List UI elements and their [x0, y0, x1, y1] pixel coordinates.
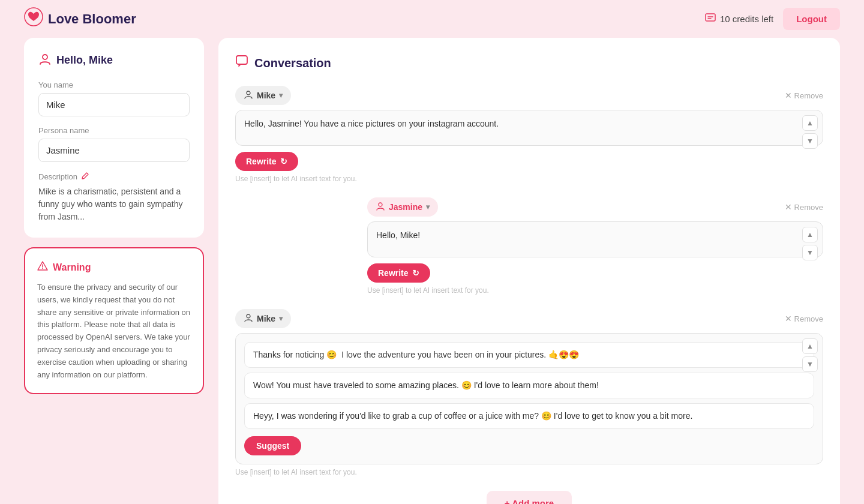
remove-mike-1[interactable]: ✕ Remove — [785, 91, 823, 100]
persona-name-label: Persona name — [38, 126, 190, 135]
arrow-down-mike-1[interactable]: ▼ — [802, 133, 818, 149]
suggest-opt1-text1: Thanks for noticing 😊 — [253, 349, 337, 361]
arrow-up-mike-1[interactable]: ▲ — [802, 115, 818, 131]
svg-point-4 — [247, 91, 250, 95]
speaker-avatar-jasmine — [376, 201, 385, 213]
credits-badge: 10 credits left — [704, 11, 773, 26]
chevron-down-icon-mike-2: ▾ — [279, 314, 283, 323]
profile-title: Hello, Mike — [38, 52, 190, 68]
message-header-jasmine: Jasmine ▾ ✕ Remove — [367, 197, 823, 217]
arrow-up-suggest[interactable]: ▲ — [802, 338, 818, 354]
speaker-jasmine[interactable]: Jasmine ▾ — [367, 197, 438, 217]
message-text-jasmine: Hello, Mike! — [376, 230, 420, 240]
edit-icon[interactable] — [81, 172, 89, 182]
suggest-option-1[interactable]: Thanks for noticing 😊 I love the adventu… — [244, 342, 814, 368]
add-more-section: + Add more — [235, 491, 823, 504]
message-header-mike-2: Mike ▾ ✕ Remove — [235, 309, 823, 328]
message-block-mike-1: Mike ▾ ✕ Remove Hello, Jasmine! You have… — [235, 86, 823, 183]
message-area-mike-1: Hello, Jasmine! You have a nice pictures… — [235, 110, 823, 146]
svg-rect-3 — [236, 56, 247, 64]
header-right: 10 credits left Logout — [704, 8, 840, 30]
speaker-avatar-mike-1 — [244, 89, 253, 101]
suggest-button[interactable]: Suggest — [244, 436, 301, 455]
insert-hint-jasmine: Use [insert] to let AI insert text for y… — [367, 286, 823, 295]
conversation-panel: Conversation Mike ▾ ✕ Remove — [218, 38, 840, 504]
suggest-controls: ▲ ▼ — [802, 338, 818, 372]
insert-hint-mike-2: Use [insert] to let AI insert text for y… — [235, 468, 823, 476]
profile-avatar-icon — [38, 52, 52, 68]
arrow-up-jasmine[interactable]: ▲ — [802, 227, 818, 242]
svg-point-6 — [247, 314, 250, 318]
conversation-icon — [235, 55, 248, 71]
persona-name-input[interactable] — [38, 139, 190, 162]
message-block-mike-2: Mike ▾ ✕ Remove Thanks for noticing 😊 I … — [235, 309, 823, 476]
panel-title: Conversation — [235, 55, 823, 71]
svg-point-2 — [43, 55, 47, 59]
you-name-input[interactable] — [38, 93, 190, 116]
rewrite-btn-jasmine[interactable]: Rewrite ↻ — [367, 263, 430, 283]
remove-mike-2[interactable]: ✕ Remove — [785, 314, 823, 323]
you-name-label: You name — [38, 80, 190, 89]
suggest-option-3[interactable]: Heyy, I was wondering if you'd like to g… — [244, 403, 814, 429]
suggest-opt1-text2: I love the adventure you have been on in… — [341, 349, 579, 361]
message-controls-jasmine: ▲ ▼ — [802, 227, 818, 260]
suggest-options: Thanks for noticing 😊 I love the adventu… — [244, 342, 814, 429]
logo: Love Bloomer — [24, 7, 136, 31]
add-more-button[interactable]: + Add more — [487, 491, 572, 504]
sidebar: Hello, Mike You name Persona name Descri… — [24, 38, 204, 504]
profile-greeting: Hello, Mike — [56, 54, 113, 67]
header: Love Bloomer 10 credits left Logout — [0, 0, 864, 38]
chevron-down-icon-mike-1: ▾ — [279, 91, 283, 100]
svg-point-5 — [379, 203, 382, 206]
speaker-mike-2[interactable]: Mike ▾ — [235, 309, 291, 328]
main-content: Hello, Mike You name Persona name Descri… — [0, 38, 864, 504]
suggest-option-2[interactable]: Wow! You must have traveled to some amaz… — [244, 373, 814, 398]
speaker-name-mike-1: Mike — [257, 91, 275, 100]
description-text: Mike is a charismatic, persistent and a … — [38, 185, 190, 223]
logo-icon — [24, 7, 43, 31]
warning-text: To ensure the privacy and security of ou… — [37, 281, 191, 381]
message-header-mike-1: Mike ▾ ✕ Remove — [235, 86, 823, 105]
speaker-name-mike-2: Mike — [257, 314, 275, 323]
message-area-jasmine: Hello, Mike! ▲ ▼ — [367, 221, 823, 257]
rewrite-btn-mike-1[interactable]: Rewrite ↻ — [235, 152, 298, 171]
arrow-down-jasmine[interactable]: ▼ — [802, 245, 818, 260]
logout-button[interactable]: Logout — [783, 8, 840, 30]
message-text-mike-1: Hello, Jasmine! You have a nice pictures… — [244, 119, 499, 128]
insert-hint-mike-1: Use [insert] to let AI insert text for y… — [235, 175, 823, 183]
arrow-down-suggest[interactable]: ▼ — [802, 356, 818, 372]
remove-jasmine[interactable]: ✕ Remove — [785, 202, 823, 212]
warning-card: Warning To ensure the privacy and securi… — [24, 247, 204, 394]
rewrite-icon-mike-1: ↻ — [280, 157, 287, 166]
svg-rect-1 — [706, 14, 715, 21]
warning-icon — [37, 260, 48, 274]
profile-card: Hello, Mike You name Persona name Descri… — [24, 38, 204, 238]
description-label: Description — [38, 172, 190, 182]
speaker-name-jasmine: Jasmine — [389, 202, 422, 212]
credits-icon — [704, 11, 716, 26]
rewrite-icon-jasmine: ↻ — [412, 268, 419, 278]
logo-text: Love Bloomer — [48, 11, 136, 27]
speaker-mike-1[interactable]: Mike ▾ — [235, 86, 291, 105]
chevron-down-icon-jasmine: ▾ — [426, 203, 430, 211]
suggest-block: Thanks for noticing 😊 I love the adventu… — [235, 333, 823, 464]
message-block-jasmine: Jasmine ▾ ✕ Remove Hello, Mike! ▲ ▼ Rewr… — [235, 197, 823, 295]
credits-label: 10 credits left — [720, 14, 773, 24]
speaker-avatar-mike-2 — [244, 313, 253, 325]
message-controls-mike-1: ▲ ▼ — [802, 115, 818, 149]
warning-title: Warning — [37, 260, 191, 274]
